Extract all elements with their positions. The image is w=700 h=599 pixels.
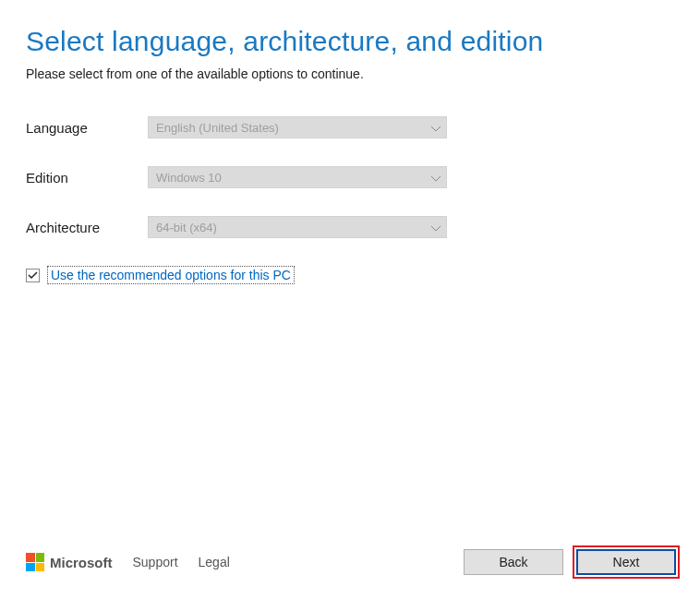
recommended-checkbox-label[interactable]: Use the recommended options for this PC (47, 266, 295, 284)
microsoft-logo-text: Microsoft (50, 555, 113, 570)
page-title: Select language, architecture, and editi… (26, 26, 674, 57)
edition-label: Edition (26, 170, 148, 186)
next-button-highlight: Next (573, 545, 680, 579)
legal-link[interactable]: Legal (199, 555, 230, 569)
footer: Microsoft Support Legal Back Next (0, 545, 700, 579)
architecture-label: Architecture (26, 220, 148, 235)
edition-select[interactable]: Windows 10 (148, 166, 447, 188)
microsoft-logo: Microsoft (26, 553, 113, 571)
microsoft-logo-icon (26, 553, 44, 571)
language-label: Language (26, 120, 148, 136)
page-subtitle: Please select from one of the available … (26, 66, 674, 81)
language-row: Language English (United States) (26, 116, 674, 138)
support-link[interactable]: Support (133, 555, 178, 569)
language-select[interactable]: English (United States) (148, 116, 447, 138)
architecture-row: Architecture 64-bit (x64) (26, 216, 674, 238)
checkmark-icon (28, 270, 38, 281)
next-button[interactable]: Next (576, 549, 676, 575)
edition-row: Edition Windows 10 (26, 166, 674, 188)
back-button[interactable]: Back (464, 549, 563, 575)
recommended-checkbox[interactable] (26, 269, 40, 282)
architecture-select[interactable]: 64-bit (x64) (148, 216, 447, 238)
